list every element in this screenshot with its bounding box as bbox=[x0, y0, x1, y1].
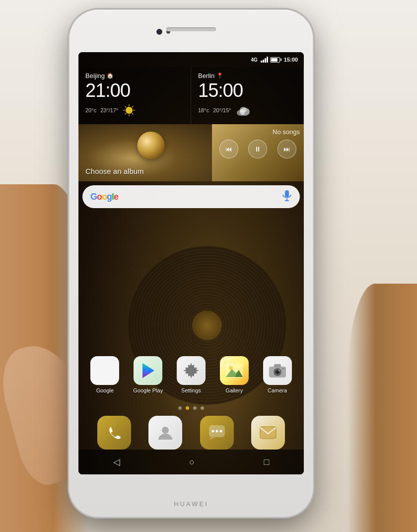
phone-body: 4G 15:00 bbox=[70, 10, 313, 517]
back-button[interactable]: ◁ bbox=[113, 456, 120, 467]
front-camera-lens bbox=[156, 29, 162, 35]
svg-line-6 bbox=[132, 113, 134, 114]
vinyl-label bbox=[192, 310, 222, 340]
home-icon: 🏠 bbox=[107, 73, 114, 79]
scene: 4G 15:00 bbox=[0, 0, 417, 532]
hand-right bbox=[348, 284, 417, 532]
status-bar: 4G 15:00 bbox=[78, 52, 304, 67]
app-gallery[interactable]: Gallery bbox=[215, 356, 254, 393]
page-dot-3[interactable] bbox=[193, 406, 197, 410]
page-dot-2[interactable] bbox=[186, 406, 189, 410]
page-dot-1[interactable] bbox=[178, 406, 182, 410]
svg-line-7 bbox=[132, 106, 134, 107]
recent-apps-button[interactable]: □ bbox=[264, 457, 269, 467]
google-app-label: Google bbox=[96, 387, 114, 393]
svg-point-33 bbox=[219, 430, 222, 433]
mic-icon bbox=[282, 190, 292, 202]
time-display: 15:00 bbox=[284, 57, 298, 63]
svg-rect-27 bbox=[282, 368, 284, 370]
city-name-beijing: Beijing 🏠 bbox=[85, 72, 184, 79]
settings-app-icon[interactable] bbox=[177, 356, 206, 385]
bottom-widgets: Choose an album No songs ⏮ ⏸ ⏭ bbox=[78, 124, 304, 181]
weather-city-beijing[interactable]: Beijing 🏠 21:00 20°c 23°/17° bbox=[78, 67, 191, 124]
widgets-area: Beijing 🏠 21:00 20°c 23°/17° bbox=[78, 67, 304, 212]
gallery-app-icon[interactable] bbox=[220, 356, 249, 385]
svg-marker-30 bbox=[209, 437, 215, 440]
music-status: No songs bbox=[216, 128, 300, 136]
svg-line-8 bbox=[125, 113, 127, 114]
contacts-icon bbox=[156, 424, 174, 442]
city-time-berlin: 15:00 bbox=[198, 80, 296, 101]
camera-body-icon bbox=[268, 363, 287, 379]
album-sphere bbox=[137, 132, 164, 159]
camera-app-label: Camera bbox=[268, 387, 287, 393]
page-dot-4[interactable] bbox=[201, 406, 204, 410]
settings-app-label: Settings bbox=[181, 387, 201, 393]
apps-grid: Google bbox=[78, 356, 304, 397]
app-google-play[interactable]: Google Play bbox=[129, 356, 167, 393]
app-settings[interactable]: Settings bbox=[172, 356, 210, 393]
svg-point-32 bbox=[215, 430, 218, 433]
google-search-bar[interactable]: Google bbox=[82, 185, 300, 208]
battery-icon bbox=[270, 57, 280, 63]
svg-point-28 bbox=[162, 427, 169, 434]
status-icons: 4G 15:00 bbox=[251, 57, 298, 63]
phone-brand-label: HUAWEI bbox=[174, 500, 208, 508]
app-google[interactable]: Google bbox=[85, 356, 124, 393]
svg-point-0 bbox=[126, 107, 133, 114]
signal-bar-1 bbox=[261, 61, 262, 63]
svg-point-11 bbox=[240, 107, 247, 113]
svg-point-31 bbox=[211, 430, 214, 433]
apps-row: Google bbox=[83, 356, 299, 393]
previous-button[interactable]: ⏮ bbox=[219, 140, 238, 158]
city-temp-berlin: 18°c 20°/15° bbox=[198, 103, 296, 117]
gallery-mountains-icon bbox=[225, 362, 244, 379]
city-temp-beijing: 20°c 23°/17° bbox=[85, 103, 184, 117]
signal-bar-2 bbox=[263, 60, 264, 63]
svg-rect-34 bbox=[260, 427, 276, 439]
signal-bar-4 bbox=[267, 57, 268, 63]
svg-rect-12 bbox=[285, 190, 289, 197]
voice-search-button[interactable] bbox=[282, 190, 292, 204]
dock-email[interactable] bbox=[251, 416, 285, 450]
gallery-app-label: Gallery bbox=[225, 387, 243, 393]
camera-app-icon[interactable] bbox=[263, 356, 292, 385]
app-dock bbox=[78, 416, 304, 450]
dock-contacts[interactable] bbox=[148, 416, 182, 450]
play-triangle-icon bbox=[140, 362, 155, 379]
player-controls: ⏮ ⏸ ⏭ bbox=[216, 140, 300, 158]
home-button[interactable]: ○ bbox=[189, 457, 195, 467]
cloud-icon bbox=[235, 103, 251, 117]
signal-strength bbox=[261, 57, 268, 63]
app-camera[interactable]: Camera bbox=[258, 356, 297, 393]
dock-phone[interactable] bbox=[97, 416, 131, 450]
sun-icon bbox=[122, 103, 136, 117]
city-time-beijing: 21:00 bbox=[85, 80, 184, 101]
music-player-widget[interactable]: No songs ⏮ ⏸ ⏭ bbox=[212, 124, 304, 181]
weather-widget[interactable]: Beijing 🏠 21:00 20°c 23°/17° bbox=[78, 67, 304, 124]
messages-icon bbox=[208, 424, 226, 441]
settings-gear-icon bbox=[182, 362, 200, 380]
dock-messages[interactable] bbox=[200, 416, 234, 450]
album-label: Choose an album bbox=[85, 167, 144, 175]
svg-point-26 bbox=[278, 370, 279, 372]
svg-line-5 bbox=[125, 106, 127, 107]
battery-level bbox=[271, 58, 278, 62]
phone-screen: 4G 15:00 bbox=[78, 52, 304, 474]
svg-rect-22 bbox=[274, 364, 281, 368]
pause-button[interactable]: ⏸ bbox=[248, 140, 267, 158]
play-app-label: Google Play bbox=[133, 387, 163, 393]
navigation-bar: ◁ ○ □ bbox=[78, 450, 304, 474]
speaker-grille bbox=[166, 27, 216, 31]
play-app-icon[interactable] bbox=[134, 356, 162, 385]
svg-marker-15 bbox=[142, 363, 154, 378]
city-name-berlin: Berlin 📍 bbox=[198, 72, 296, 79]
google-app-icon[interactable] bbox=[90, 356, 119, 385]
next-button[interactable]: ⏭ bbox=[278, 140, 296, 158]
location-icon: 📍 bbox=[216, 73, 223, 79]
phone-icon bbox=[106, 425, 122, 441]
weather-city-berlin[interactable]: Berlin 📍 15:00 18°c 20°/15° bbox=[191, 67, 304, 124]
album-widget[interactable]: Choose an album bbox=[78, 124, 212, 181]
page-dots bbox=[78, 406, 304, 410]
google-logo: Google bbox=[90, 192, 118, 202]
